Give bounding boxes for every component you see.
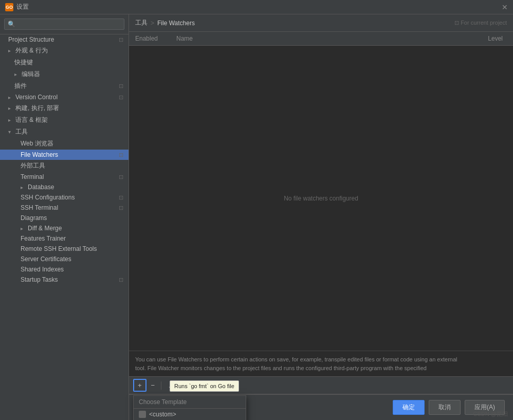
add-btn-wrap: +: [133, 379, 146, 392]
col-level: Level: [472, 34, 513, 43]
sidebar-item-features-trainer[interactable]: Features Trainer: [0, 233, 129, 244]
sidebar-item-server-certs[interactable]: Server Certificates: [0, 254, 129, 264]
sidebar-label-startup-tasks: Startup Tasks: [21, 276, 58, 283]
dropdown-item-custom[interactable]: <custom>: [134, 409, 246, 420]
sidebar-item-ssh-configs[interactable]: SSH Configurations⊡: [0, 192, 129, 203]
expand-arrow-database: ▸: [21, 185, 26, 190]
sidebar-label-tools: 工具: [15, 127, 28, 136]
breadcrumb-current: File Watchers: [157, 20, 195, 27]
title-bar-left: GO 设置: [5, 3, 29, 11]
description-line2: tool. File Watcher monitors changes to t…: [135, 364, 507, 373]
dropdown-title: Choose Template: [134, 396, 246, 409]
dropdown-item-label-custom: <custom>: [149, 411, 176, 418]
sidebar-item-diff-merge[interactable]: ▸Diff & Merge: [0, 223, 129, 233]
sidebar-item-version-control[interactable]: ▸Version Control⊡: [0, 92, 129, 102]
sidebar-icon-plugins: ⊡: [119, 83, 123, 89]
sidebar-icon-ssh-configs: ⊡: [119, 194, 123, 201]
empty-text: No file watchers configured: [284, 195, 358, 202]
sidebar-label-terminal: Terminal: [21, 173, 44, 180]
sidebar-item-startup-tasks[interactable]: Startup Tasks⊡: [0, 275, 129, 285]
window-title: 设置: [16, 3, 29, 11]
sidebar-label-diff-merge: Diff & Merge: [28, 225, 62, 232]
table-empty-state: No file watchers configured: [129, 46, 513, 351]
expand-arrow-build: ▸: [8, 105, 13, 111]
sidebar-icon-terminal: ⊡: [119, 174, 123, 180]
main-layout: Project Structure⊡▸外观 & 行为快捷键▸编辑器插件⊡▸Ver…: [0, 14, 513, 420]
sidebar-icon-version-control: ⊡: [119, 94, 123, 101]
expand-arrow-lang: ▸: [8, 117, 13, 123]
title-bar: GO 设置 ✕: [0, 0, 513, 14]
breadcrumb: 工具 > File Watchers ⊡ For current project: [129, 14, 513, 32]
sidebar-label-lang: 语言 & 框架: [15, 116, 48, 124]
cancel-button[interactable]: 取消: [429, 400, 461, 415]
description-line1: You can use File Watchers to perform cer…: [135, 355, 507, 364]
sidebar-label-external-tools: 外部工具: [21, 161, 45, 170]
sidebar-item-file-watchers[interactable]: File Watchers⊡: [0, 150, 129, 160]
sidebar-label-server-certs: Server Certificates: [21, 255, 71, 263]
sidebar-label-file-watchers: File Watchers: [21, 151, 58, 158]
breadcrumb-badge: ⊡ For current project: [454, 20, 507, 26]
sidebar-label-diagrams: Diagrams: [21, 214, 47, 222]
sidebar: Project Structure⊡▸外观 & 行为快捷键▸编辑器插件⊡▸Ver…: [0, 14, 129, 420]
tooltip: Runs `go fmt` on Go file: [170, 380, 239, 392]
sidebar-label-shared-indexes: Shared Indexes: [21, 266, 64, 273]
app-icon: GO: [5, 3, 13, 11]
sidebar-item-keymap[interactable]: 快捷键: [0, 57, 129, 68]
breadcrumb-root: 工具: [135, 19, 148, 27]
sidebar-label-ssh-terminal: SSH Terminal: [21, 204, 58, 211]
sidebar-item-lang[interactable]: ▸语言 & 框架: [0, 114, 129, 126]
sidebar-item-diagrams[interactable]: Diagrams: [0, 213, 129, 223]
search-box: [0, 14, 129, 34]
expand-arrow-diff-merge: ▸: [21, 226, 26, 231]
expand-arrow-editor: ▸: [14, 71, 20, 77]
sidebar-item-terminal[interactable]: Terminal⊡: [0, 172, 129, 182]
sidebar-icon-file-watchers: ⊡: [119, 152, 123, 158]
sidebar-icon-project-structure: ⊡: [119, 36, 123, 43]
sidebar-label-project-structure: Project Structure: [8, 36, 54, 43]
sidebar-label-remote-ssh: Remote SSH External Tools: [21, 245, 97, 252]
sidebar-icon-startup-tasks: ⊡: [119, 277, 123, 283]
breadcrumb-separator: >: [151, 20, 154, 27]
sidebar-label-web-browser: Web 浏览器: [21, 139, 53, 148]
sidebar-item-ssh-terminal[interactable]: SSH Terminal⊡: [0, 203, 129, 213]
sidebar-label-plugins: 插件: [14, 82, 27, 90]
confirm-button[interactable]: 确定: [393, 400, 425, 415]
sidebar-item-build[interactable]: ▸构建, 执行, 部署: [0, 102, 129, 114]
sidebar-label-editor: 编辑器: [22, 70, 40, 79]
table-header: Enabled Name Level: [129, 32, 513, 46]
watermark: CSDN @昆阳: [473, 410, 508, 418]
col-name: Name: [170, 34, 472, 43]
search-input[interactable]: [4, 19, 124, 30]
sidebar-item-database[interactable]: ▸Database: [0, 182, 129, 192]
sidebar-label-database: Database: [28, 184, 54, 191]
expand-arrow-tools: ▾: [8, 129, 13, 135]
sidebar-item-external-tools[interactable]: 外部工具: [0, 160, 129, 172]
sidebar-item-tools[interactable]: ▾工具: [0, 126, 129, 138]
sidebar-icon-ssh-terminal: ⊡: [119, 205, 123, 211]
sidebar-item-plugins[interactable]: 插件⊡: [0, 80, 129, 92]
dropdown-menu: Choose Template <custom>BabelClosure Com…: [133, 395, 246, 420]
sidebar-item-web-browser[interactable]: Web 浏览器: [0, 138, 129, 150]
sidebar-label-build: 构建, 执行, 部署: [15, 104, 59, 113]
sidebar-item-appearance[interactable]: ▸外观 & 行为: [0, 45, 129, 57]
description-area: You can use File Watchers to perform cer…: [129, 351, 513, 376]
sidebar-label-keymap: 快捷键: [14, 58, 33, 67]
dropdown-items-list: <custom>BabelClosure CompilerCSSO CSS Op…: [134, 409, 246, 420]
close-button[interactable]: ✕: [502, 3, 508, 11]
sidebar-label-features-trainer: Features Trainer: [21, 235, 66, 242]
sidebar-item-editor[interactable]: ▸编辑器: [0, 68, 129, 80]
col-enabled: Enabled: [129, 34, 170, 43]
remove-button[interactable]: −: [148, 380, 159, 391]
toolbar-divider-1: [161, 381, 161, 390]
sidebar-item-project-structure[interactable]: Project Structure⊡: [0, 34, 129, 45]
add-button[interactable]: +: [134, 380, 145, 391]
sidebar-label-appearance: 外观 & 行为: [15, 46, 48, 55]
content-area: 工具 > File Watchers ⊡ For current project…: [129, 14, 513, 420]
sidebar-item-shared-indexes[interactable]: Shared Indexes: [0, 264, 129, 275]
sidebar-label-version-control: Version Control: [15, 94, 58, 101]
sidebar-label-ssh-configs: SSH Configurations: [21, 194, 75, 201]
dropdown-item-icon-custom: [139, 411, 146, 418]
sidebar-items-list: Project Structure⊡▸外观 & 行为快捷键▸编辑器插件⊡▸Ver…: [0, 34, 129, 285]
sidebar-item-remote-ssh[interactable]: Remote SSH External Tools: [0, 244, 129, 254]
expand-arrow-version-control: ▸: [8, 95, 13, 100]
